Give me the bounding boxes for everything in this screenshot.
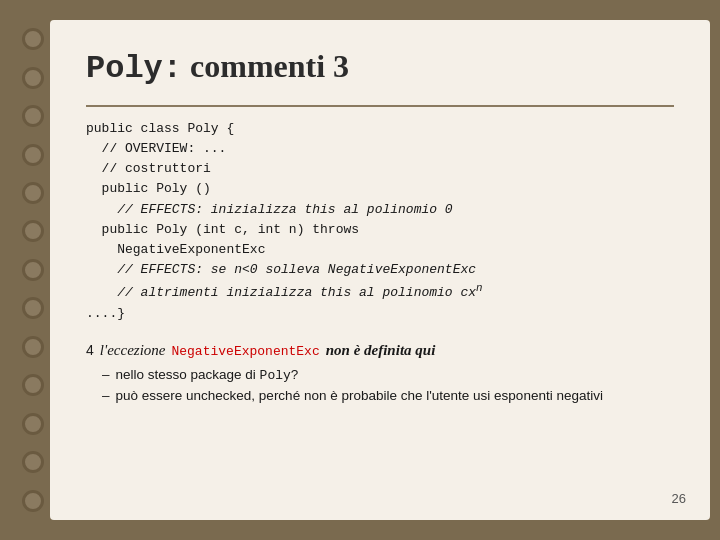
code-line-3: // costruttori (86, 159, 674, 179)
list-item-1: – nello stesso package di Poly? (102, 367, 674, 383)
spiral-ring (22, 374, 44, 396)
spiral-ring (22, 490, 44, 512)
spiral-ring (22, 297, 44, 319)
spiral-ring (22, 28, 44, 50)
list-item-2: – può essere unchecked, perché non è pro… (102, 388, 674, 403)
point-number: 4 (86, 342, 94, 358)
point-header: 4 l'eccezione NegativeExponentExc non è … (86, 342, 674, 359)
point-bold-italic-text: non è definita qui (326, 342, 436, 359)
title-serif-part: commenti 3 (182, 48, 349, 84)
spiral-binding (18, 0, 48, 540)
spiral-ring (22, 105, 44, 127)
spiral-ring (22, 336, 44, 358)
slide-title: Poly: commenti 3 (86, 48, 674, 87)
slide: Poly: commenti 3 public class Poly { // … (50, 20, 710, 520)
code-line-6: public Poly (int c, int n) throws (86, 220, 674, 240)
code-line-2: // OVERVIEW: ... (86, 139, 674, 159)
bullet-mono-1: Poly (260, 368, 291, 383)
code-line-10: ....} (86, 304, 674, 324)
code-line-9: // altrimenti inizializza this al polino… (86, 280, 674, 303)
point-mono-text: NegativeExponentExc (171, 344, 319, 359)
spiral-ring (22, 67, 44, 89)
title-mono-part: Poly: (86, 50, 182, 87)
spiral-ring (22, 451, 44, 473)
bullet-text-1: nello stesso package di Poly? (116, 367, 299, 383)
spiral-ring (22, 413, 44, 435)
code-line-7: NegativeExponentExc (86, 240, 674, 260)
code-line-5: // EFFECTS: inizializza this al polinomi… (86, 200, 674, 220)
point-section: 4 l'eccezione NegativeExponentExc non è … (86, 342, 674, 403)
point-italic-text: l'eccezione (100, 342, 166, 359)
bullet-dash-2: – (102, 388, 110, 403)
bullet-dash-1: – (102, 367, 110, 382)
code-line-4: public Poly () (86, 179, 674, 199)
page-number: 26 (672, 491, 686, 506)
spiral-ring (22, 144, 44, 166)
code-block: public class Poly { // OVERVIEW: ... // … (86, 119, 674, 324)
spiral-ring (22, 220, 44, 242)
spiral-ring (22, 182, 44, 204)
bullet-text-2: può essere unchecked, perché non è proba… (116, 388, 603, 403)
bullet-list: – nello stesso package di Poly? – può es… (86, 367, 674, 403)
title-divider (86, 105, 674, 107)
spiral-ring (22, 259, 44, 281)
code-line-1: public class Poly { (86, 119, 674, 139)
code-line-8: // EFFECTS: se n<0 solleva NegativeExpon… (86, 260, 674, 280)
